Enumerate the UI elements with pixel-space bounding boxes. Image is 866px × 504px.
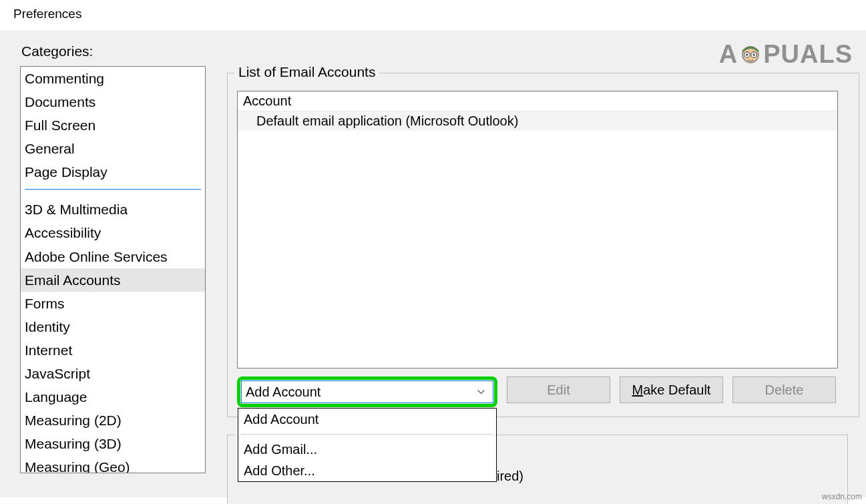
category-item-full-screen[interactable]: Full Screen bbox=[21, 113, 205, 137]
lower-snippet: ired) bbox=[497, 469, 523, 484]
mascot-icon bbox=[739, 43, 762, 66]
category-item-measuring-2d[interactable]: Measuring (2D) bbox=[21, 409, 205, 432]
category-item-commenting[interactable]: Commenting bbox=[21, 67, 205, 90]
category-item-email-accounts[interactable]: Email Accounts bbox=[21, 268, 205, 292]
category-item-documents[interactable]: Documents bbox=[21, 90, 205, 113]
svg-point-3 bbox=[746, 53, 748, 55]
category-item-page-display[interactable]: Page Display bbox=[21, 160, 205, 184]
category-item-3d-multimedia[interactable]: 3D & Multimedia bbox=[21, 198, 205, 221]
chevron-down-icon[interactable] bbox=[473, 383, 489, 401]
edit-button[interactable]: Edit bbox=[507, 376, 610, 403]
category-item-general[interactable]: General bbox=[21, 137, 205, 160]
dropdown-divider bbox=[241, 434, 493, 435]
accounts-table[interactable]: Account Default email application (Micro… bbox=[237, 91, 838, 368]
email-accounts-panel: List of Email Accounts Account Default e… bbox=[227, 63, 859, 504]
dropdown-option-add-other[interactable]: Add Other... bbox=[238, 460, 496, 481]
account-row-default[interactable]: Default email application (Microsoft Out… bbox=[238, 111, 837, 131]
window-title: Preferences bbox=[0, 0, 866, 25]
source-watermark: wsxdn.com bbox=[822, 492, 862, 501]
category-item-measuring-geo[interactable]: Measuring (Geo) bbox=[21, 455, 205, 473]
make-default-rest: ake Default bbox=[643, 383, 710, 398]
add-account-dropdown[interactable]: Add Account bbox=[241, 381, 493, 403]
svg-point-4 bbox=[753, 53, 755, 55]
accounts-buttons-row: Add Account Add Account Add Gmail... Add… bbox=[237, 376, 849, 407]
categories-listbox[interactable]: Commenting Documents Full Screen General… bbox=[20, 66, 206, 473]
list-of-email-accounts-legend: List of Email Accounts bbox=[234, 64, 379, 80]
make-default-button[interactable]: Make Default bbox=[620, 376, 723, 403]
category-item-accessibility[interactable]: Accessibility bbox=[21, 221, 205, 244]
delete-button[interactable]: Delete bbox=[732, 376, 836, 403]
category-item-language[interactable]: Language bbox=[21, 385, 205, 409]
category-item-forms[interactable]: Forms bbox=[21, 292, 205, 315]
dropdown-option-add-account[interactable]: Add Account bbox=[238, 409, 496, 430]
preferences-body: A PUALS Categories: Commenting Documents… bbox=[0, 30, 866, 497]
category-divider bbox=[25, 189, 201, 190]
category-item-adobe-online-services[interactable]: Adobe Online Services bbox=[21, 245, 205, 268]
category-item-measuring-3d[interactable]: Measuring (3D) bbox=[21, 432, 205, 455]
add-account-highlight: Add Account Add Account Add Gmail... Add… bbox=[237, 376, 497, 407]
accounts-column-header: Account bbox=[238, 91, 837, 111]
category-item-javascript[interactable]: JavaScript bbox=[21, 362, 205, 385]
list-of-email-accounts-group: List of Email Accounts Account Default e… bbox=[227, 73, 859, 417]
category-item-identity[interactable]: Identity bbox=[21, 315, 205, 338]
category-item-internet[interactable]: Internet bbox=[21, 338, 205, 362]
make-default-mnemonic: M bbox=[632, 383, 644, 398]
add-account-dropdown-list[interactable]: Add Account Add Gmail... Add Other... bbox=[238, 408, 497, 482]
add-account-selected: Add Account bbox=[246, 385, 320, 400]
dropdown-option-add-gmail[interactable]: Add Gmail... bbox=[238, 439, 496, 460]
